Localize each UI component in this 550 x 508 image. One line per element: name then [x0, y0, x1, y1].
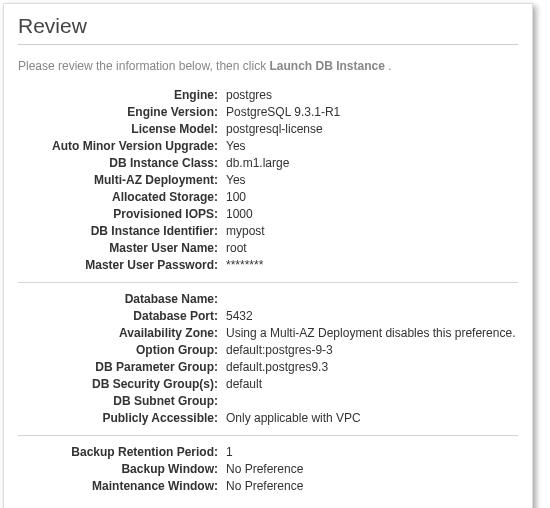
kv-row: DB Instance Identifier:mypost [18, 223, 518, 240]
kv-row: Multi-AZ Deployment:Yes [18, 172, 518, 189]
kv-row: Allocated Storage:100 [18, 189, 518, 206]
section-backup: Backup Retention Period:1Backup Window:N… [18, 444, 518, 495]
kv-row: Availability Zone:Using a Multi-AZ Deplo… [18, 325, 518, 342]
kv-label: DB Instance Identifier: [18, 223, 226, 240]
title-divider [18, 44, 518, 45]
kv-value: Using a Multi-AZ Deployment disables thi… [226, 325, 518, 342]
kv-row: DB Instance Class:db.m1.large [18, 155, 518, 172]
kv-row: Engine:postgres [18, 87, 518, 104]
kv-row: Database Port:5432 [18, 308, 518, 325]
kv-value: 1 [226, 444, 518, 461]
kv-label: DB Security Group(s): [18, 376, 226, 393]
kv-row: Provisioned IOPS:1000 [18, 206, 518, 223]
kv-row: Option Group:default:postgres-9-3 [18, 342, 518, 359]
kv-value: default.postgres9.3 [226, 359, 518, 376]
section-divider-1 [18, 282, 518, 283]
kv-value: default [226, 376, 518, 393]
page-title: Review [18, 14, 518, 38]
kv-label: Allocated Storage: [18, 189, 226, 206]
kv-label: Master User Name: [18, 240, 226, 257]
intro-text: Please review the information below, the… [18, 59, 518, 73]
kv-row: Auto Minor Version Upgrade:Yes [18, 138, 518, 155]
kv-row: Backup Retention Period:1 [18, 444, 518, 461]
kv-value: postgresql-license [226, 121, 518, 138]
kv-label: License Model: [18, 121, 226, 138]
kv-value: postgres [226, 87, 518, 104]
kv-value: No Preference [226, 478, 518, 495]
kv-value: default:postgres-9-3 [226, 342, 518, 359]
kv-label: Engine Version: [18, 104, 226, 121]
kv-row: Database Name: [18, 291, 518, 308]
kv-label: Multi-AZ Deployment: [18, 172, 226, 189]
kv-label: DB Subnet Group: [18, 393, 226, 410]
kv-label: Master User Password: [18, 257, 226, 274]
kv-value: 1000 [226, 206, 518, 223]
section-divider-2 [18, 435, 518, 436]
kv-label: Backup Window: [18, 461, 226, 478]
kv-label: Database Name: [18, 291, 226, 308]
kv-value: ******** [226, 257, 518, 274]
kv-row: Master User Password:******** [18, 257, 518, 274]
kv-row: Engine Version:PostgreSQL 9.3.1-R1 [18, 104, 518, 121]
kv-label: Provisioned IOPS: [18, 206, 226, 223]
kv-value: root [226, 240, 518, 257]
kv-label: Publicly Accessible: [18, 410, 226, 427]
kv-value [226, 393, 518, 410]
kv-row: Master User Name:root [18, 240, 518, 257]
kv-label: Engine: [18, 87, 226, 104]
kv-label: Database Port: [18, 308, 226, 325]
kv-value: db.m1.large [226, 155, 518, 172]
kv-value [226, 291, 518, 308]
kv-label: DB Instance Class: [18, 155, 226, 172]
intro-prefix: Please review the information below, the… [18, 59, 269, 73]
section-instance: Engine:postgresEngine Version:PostgreSQL… [18, 87, 518, 274]
kv-label: Auto Minor Version Upgrade: [18, 138, 226, 155]
kv-label: Option Group: [18, 342, 226, 359]
kv-row: DB Security Group(s):default [18, 376, 518, 393]
kv-label: Availability Zone: [18, 325, 226, 342]
review-panel: Review Please review the information bel… [3, 3, 533, 508]
kv-value: PostgreSQL 9.3.1-R1 [226, 104, 518, 121]
kv-row: License Model:postgresql-license [18, 121, 518, 138]
kv-label: Maintenance Window: [18, 478, 226, 495]
kv-row: Backup Window:No Preference [18, 461, 518, 478]
kv-label: DB Parameter Group: [18, 359, 226, 376]
kv-value: Yes [226, 138, 518, 155]
kv-row: Maintenance Window:No Preference [18, 478, 518, 495]
intro-bold: Launch DB Instance [269, 59, 384, 73]
kv-value: Only applicable with VPC [226, 410, 518, 427]
kv-value: 100 [226, 189, 518, 206]
kv-row: DB Subnet Group: [18, 393, 518, 410]
kv-value: Yes [226, 172, 518, 189]
kv-value: 5432 [226, 308, 518, 325]
kv-value: mypost [226, 223, 518, 240]
kv-label: Backup Retention Period: [18, 444, 226, 461]
kv-value: No Preference [226, 461, 518, 478]
intro-suffix: . [385, 59, 392, 73]
kv-row: DB Parameter Group:default.postgres9.3 [18, 359, 518, 376]
section-database: Database Name:Database Port:5432Availabi… [18, 291, 518, 427]
kv-row: Publicly Accessible:Only applicable with… [18, 410, 518, 427]
